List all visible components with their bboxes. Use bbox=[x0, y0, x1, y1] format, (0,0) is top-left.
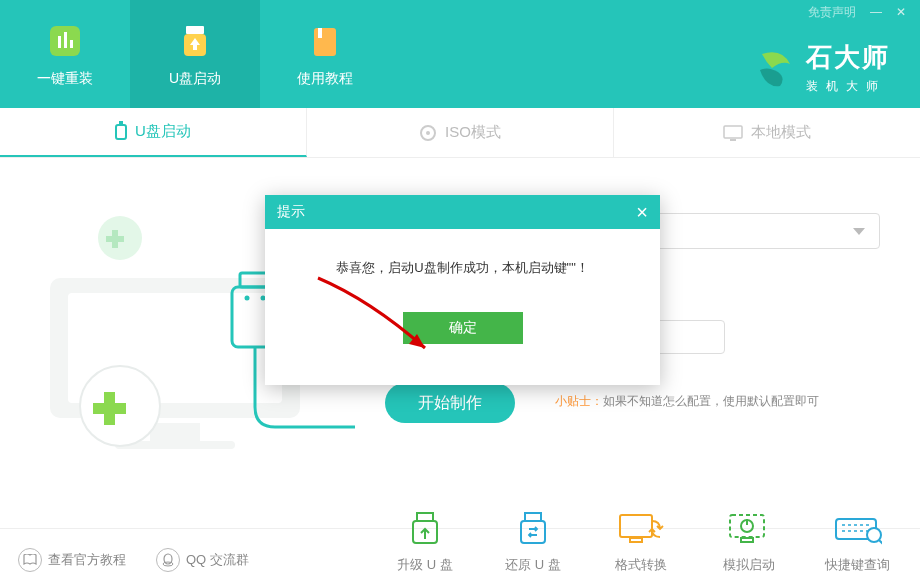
upgrade-usb-icon bbox=[400, 508, 450, 550]
action-format-convert[interactable]: 格式转换 bbox=[596, 508, 686, 574]
start-make-button[interactable]: 开始制作 bbox=[385, 383, 515, 423]
svg-rect-31 bbox=[741, 538, 753, 542]
iso-icon bbox=[419, 124, 437, 142]
usb-icon bbox=[174, 20, 216, 62]
svg-rect-4 bbox=[186, 26, 204, 34]
start-make-label: 开始制作 bbox=[418, 393, 482, 414]
device-dropdown[interactable] bbox=[640, 213, 880, 249]
action-label: 升级 U 盘 bbox=[397, 556, 453, 574]
qq-circle-icon bbox=[156, 548, 180, 572]
minimize-button[interactable]: — bbox=[870, 5, 882, 19]
nav-tab-label: 使用教程 bbox=[297, 70, 353, 88]
nav-tab-tutorial[interactable]: 使用教程 bbox=[260, 0, 390, 108]
title-bar-controls: 免责声明 — ✕ bbox=[794, 0, 920, 24]
disclaimer-link[interactable]: 免责声明 bbox=[808, 4, 856, 21]
svg-point-20 bbox=[245, 296, 250, 301]
svg-rect-15 bbox=[150, 423, 200, 441]
restore-usb-icon bbox=[508, 508, 558, 550]
modal-header: 提示 × bbox=[265, 195, 660, 229]
reinstall-icon bbox=[44, 20, 86, 62]
action-label: 模拟启动 bbox=[723, 556, 775, 574]
nav-tab-label: U盘启动 bbox=[169, 70, 221, 88]
tip-text: 小贴士：如果不知道怎么配置，使用默认配置即可 bbox=[555, 393, 819, 410]
svg-rect-7 bbox=[318, 28, 322, 38]
action-label: 格式转换 bbox=[615, 556, 667, 574]
nav-tab-reinstall[interactable]: 一键重装 bbox=[0, 0, 130, 108]
usb-small-icon bbox=[115, 124, 127, 140]
svg-rect-1 bbox=[58, 36, 61, 48]
modal-close-button[interactable]: × bbox=[636, 202, 648, 222]
svg-rect-6 bbox=[314, 28, 336, 56]
sub-tab-iso[interactable]: ISO模式 bbox=[307, 108, 614, 157]
svg-rect-2 bbox=[64, 32, 67, 48]
simulate-boot-icon bbox=[724, 508, 774, 550]
nav-tab-label: 一键重装 bbox=[37, 70, 93, 88]
modal-title: 提示 bbox=[277, 203, 305, 221]
sub-tab-label: U盘启动 bbox=[135, 122, 191, 141]
sub-tab-local[interactable]: 本地模式 bbox=[614, 108, 920, 157]
action-upgrade-usb[interactable]: 升级 U 盘 bbox=[380, 508, 470, 574]
svg-rect-24 bbox=[417, 513, 433, 521]
footer-link-label: 查看官方教程 bbox=[48, 551, 126, 569]
svg-rect-33 bbox=[746, 519, 748, 525]
brand-subtitle: 装机大师 bbox=[806, 78, 890, 95]
chevron-down-icon bbox=[853, 228, 865, 235]
nav-tabs: 一键重装 U盘启动 使用教程 bbox=[0, 0, 390, 108]
hotkey-icon bbox=[832, 508, 882, 550]
sub-tab-usb[interactable]: U盘启动 bbox=[0, 108, 307, 157]
svg-point-37 bbox=[867, 528, 881, 542]
sub-tab-label: ISO模式 bbox=[445, 123, 501, 142]
book-icon bbox=[304, 20, 346, 62]
brand-logo-icon bbox=[752, 46, 796, 90]
action-hotkey-lookup[interactable]: 快捷键查询 bbox=[812, 508, 902, 574]
brand-title: 石大师 bbox=[806, 40, 890, 75]
footer: 查看官方教程 QQ 交流群 升级 U 盘 还原 U 盘 格式转换 bbox=[0, 528, 920, 580]
svg-rect-27 bbox=[521, 521, 545, 543]
format-convert-icon bbox=[616, 508, 666, 550]
close-button[interactable]: ✕ bbox=[896, 5, 906, 19]
nav-tab-usb-boot[interactable]: U盘启动 bbox=[130, 0, 260, 108]
action-label: 还原 U 盘 bbox=[505, 556, 561, 574]
action-label: 快捷键查询 bbox=[825, 556, 890, 574]
svg-rect-29 bbox=[630, 538, 642, 542]
action-restore-usb[interactable]: 还原 U 盘 bbox=[488, 508, 578, 574]
app-header: 一键重装 U盘启动 使用教程 免责声明 — ✕ 石大师 装机大师 bbox=[0, 0, 920, 108]
svg-line-38 bbox=[879, 540, 882, 545]
footer-link-label: QQ 交流群 bbox=[186, 551, 249, 569]
svg-rect-11 bbox=[730, 139, 736, 141]
modal-ok-label: 确定 bbox=[449, 319, 477, 337]
sub-tab-label: 本地模式 bbox=[751, 123, 811, 142]
svg-rect-30 bbox=[730, 515, 764, 537]
sub-tabs: U盘启动 ISO模式 本地模式 bbox=[0, 108, 920, 158]
footer-actions: 升级 U 盘 还原 U 盘 格式转换 模拟启动 快捷键查询 bbox=[380, 508, 902, 574]
svg-rect-28 bbox=[620, 515, 652, 537]
tip-body: 如果不知道怎么配置，使用默认配置即可 bbox=[603, 394, 819, 408]
tip-label: 小贴士： bbox=[555, 394, 603, 408]
footer-link-tutorial[interactable]: 查看官方教程 bbox=[18, 548, 126, 572]
svg-rect-10 bbox=[724, 126, 742, 138]
monitor-icon bbox=[723, 125, 743, 141]
svg-rect-3 bbox=[70, 40, 73, 48]
footer-link-qq[interactable]: QQ 交流群 bbox=[156, 548, 249, 572]
svg-rect-26 bbox=[525, 513, 541, 521]
action-simulate-boot[interactable]: 模拟启动 bbox=[704, 508, 794, 574]
success-modal: 提示 × 恭喜您，启动U盘制作成功，本机启动键""！ 确定 bbox=[265, 195, 660, 385]
book-circle-icon bbox=[18, 548, 42, 572]
modal-ok-button[interactable]: 确定 bbox=[403, 312, 523, 344]
brand: 石大师 装机大师 bbox=[752, 40, 890, 95]
svg-point-9 bbox=[426, 131, 430, 135]
footer-links: 查看官方教程 QQ 交流群 bbox=[18, 548, 249, 572]
modal-message: 恭喜您，启动U盘制作成功，本机启动键""！ bbox=[265, 229, 660, 277]
